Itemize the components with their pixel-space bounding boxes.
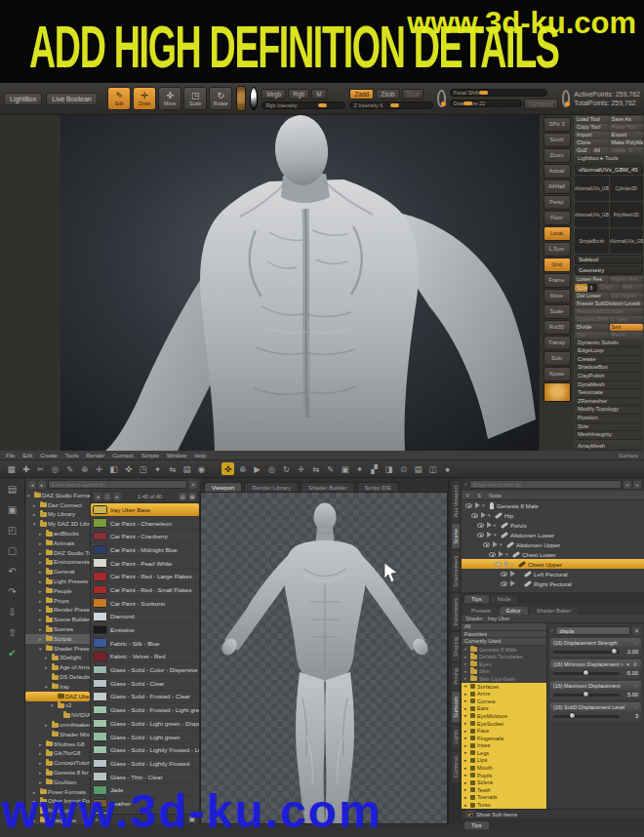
shader-item[interactable]: Glass - Solid - Light green - Dispersive… [91, 717, 199, 731]
visibility-eye-icon[interactable] [489, 552, 496, 557]
menu-item[interactable]: Tools [65, 453, 79, 458]
tree-item[interactable]: ▸ omnifreaker [25, 720, 90, 730]
surface-row[interactable]: ▸ Ears [462, 705, 546, 713]
panel-section[interactable]: ShadowBox [575, 364, 643, 373]
tree-item[interactable]: ▸ 3Delight [25, 654, 90, 663]
toolbar-icon[interactable]: ▦ [5, 462, 18, 475]
pane-tab[interactable]: Shaping [452, 632, 460, 661]
clone-button[interactable]: Clone [575, 140, 609, 146]
tool-thumbnail[interactable]: xNormalUVs_GB [575, 176, 609, 201]
tool-thumbnail[interactable]: xNormalUVs_GB [575, 202, 609, 227]
toolbar-icon[interactable]: ✎ [63, 462, 76, 475]
toolbar-icon[interactable]: ✜ [122, 462, 135, 475]
shader-item[interactable]: Fabric - Velvet - Red [91, 651, 199, 664]
panel-section[interactable]: ZRemesher [575, 398, 643, 407]
expand-arrow-icon[interactable]: ▸ [39, 741, 44, 747]
shelf-button[interactable]: Floor [543, 211, 571, 225]
strip-icon[interactable]: ✔ [5, 646, 20, 660]
expand-arrow-icon[interactable]: ▾ [488, 512, 493, 518]
z-intensity-slider[interactable]: Z Intensity 6 [349, 101, 433, 109]
viewport-tab[interactable]: Viewport [204, 482, 242, 492]
surface-row[interactable]: ▸ Cornea [462, 698, 546, 705]
zadd-button[interactable]: Zadd [349, 89, 374, 100]
visibility-eye-icon[interactable] [483, 542, 490, 547]
shader-item[interactable]: Glass - Solid - Lightly Frosted - Light … [91, 743, 199, 757]
shader-item[interactable]: Glass - Solid - Light green [91, 731, 199, 744]
toolbar-icon[interactable]: ✎ [324, 462, 337, 475]
expand-arrow-icon[interactable]: ▾ [500, 541, 504, 547]
group-row[interactable]: ▸ Default Templates [462, 653, 546, 660]
tree-item[interactable]: ▸ Age of Armour [25, 662, 90, 672]
shelf-button[interactable]: SPix 3 [543, 117, 571, 132]
selectable-pointer-icon[interactable] [475, 502, 480, 508]
parameter-header[interactable]: (16) SubD Displacement Level ○ [550, 702, 641, 711]
expand-arrow-icon[interactable]: ▸ [39, 531, 44, 537]
panel-section[interactable]: EdgeLoop [575, 347, 643, 356]
surface-row[interactable]: ▸ Fingernails [462, 735, 546, 742]
back-button[interactable]: ◂ [28, 481, 36, 489]
goz-button[interactable]: GoZ [575, 147, 591, 154]
shelf-button[interactable]: Persp [543, 195, 571, 210]
toolbar-icon[interactable]: ✜ [221, 462, 234, 475]
export-button[interactable]: Export [610, 132, 644, 139]
reconstruct-subdiv-button[interactable]: Reconstruct Subdiv [575, 308, 643, 315]
selectable-pointer-icon[interactable] [493, 541, 498, 547]
sort-icon[interactable]: ▤ [179, 493, 186, 500]
toolbar-icon[interactable]: ⇆ [166, 462, 179, 475]
save-as-button[interactable]: Save As: [610, 116, 644, 123]
panel-section[interactable]: Dynamic Subdiv [575, 339, 643, 348]
expand-arrow-icon[interactable]: ▸ [39, 588, 44, 594]
toolbar-icon[interactable]: ✛ [295, 462, 307, 475]
panel-section[interactable]: ArrayMesh [575, 443, 643, 451]
parameter-icons[interactable]: ○ [634, 683, 638, 689]
expand-arrow-icon[interactable]: ▾ [27, 493, 32, 498]
tree-item[interactable]: DS Defaults [25, 672, 90, 682]
shader-item[interactable]: Car Paint - Cranberry [91, 530, 199, 543]
expand-arrow-icon[interactable]: ▸ [39, 750, 44, 756]
toolbar-icon[interactable]: ⊙ [397, 462, 410, 475]
toolbar-icon[interactable]: ◎ [49, 462, 61, 475]
toolbar-icon[interactable]: ✦ [353, 462, 366, 475]
scene-node-row[interactable]: ▾ Abdomen Lower [462, 530, 644, 539]
shader-item[interactable]: Car Paint - Red - Small Flakes [91, 583, 199, 597]
reuv-button[interactable]: ReUV [610, 332, 644, 339]
parameter-header[interactable]: (16) Minimum Displacement ◇ ♥ ⚙ [550, 659, 641, 668]
goz-visible-button[interactable]: Visible [610, 147, 626, 154]
view-icon[interactable]: ▦ [188, 493, 196, 500]
geometry-section[interactable]: Geometry [575, 265, 643, 275]
toolbar-icon[interactable]: ▣ [339, 462, 351, 475]
shader-item[interactable]: Glass - Thin - Clear [91, 771, 199, 784]
shelf-button[interactable]: Move [543, 289, 571, 303]
group-row[interactable]: ▸ Skin [462, 668, 546, 676]
surface-row[interactable]: ▸ Lips [462, 757, 546, 765]
panel-section[interactable]: MeshIntegrity [575, 431, 643, 440]
shelf-button[interactable]: Local [543, 226, 571, 241]
load-tool-button[interactable]: Load Tool [575, 116, 609, 123]
shelf-button[interactable]: Zoom [543, 148, 571, 163]
group-row[interactable]: ▸ Skin-Lips-Nails [462, 675, 546, 683]
make-polymesh3d-button[interactable]: Make PolyMesh3D [610, 140, 644, 146]
shader-item[interactable]: Glass - Solid - Frosted - Light green [91, 703, 199, 717]
zsub-button[interactable]: Zsub [376, 89, 399, 100]
lightbox-button[interactable]: LightBox [4, 93, 42, 105]
surface-row[interactable]: ▸ Legs [462, 749, 546, 757]
toolbar-icon[interactable]: ↻ [280, 462, 293, 475]
toolbar-icon[interactable]: ✂ [34, 462, 47, 475]
expand-arrow-icon[interactable]: ▾ [51, 702, 56, 708]
tool-thumbnail[interactable]: xNormalUVs_GB [610, 228, 644, 254]
parameter-header[interactable]: (16) Displacement Strength ○ [550, 638, 641, 647]
group-row[interactable]: Currently Used [462, 638, 546, 646]
toolbar-icon[interactable]: ✚ [20, 462, 32, 475]
visibility-eye-icon[interactable] [477, 533, 484, 538]
slider-track[interactable] [553, 694, 620, 697]
panel-section[interactable]: Modify Topology [575, 406, 643, 415]
tips-tab[interactable]: Tips [464, 821, 489, 829]
group-row[interactable]: All [462, 623, 546, 631]
copy-tool-button[interactable]: Copy Tool [575, 124, 609, 131]
toolbar-icon[interactable]: ⊕ [78, 462, 91, 475]
rgb-button[interactable]: Rgb [288, 89, 309, 100]
menu-item[interactable]: Help [194, 453, 206, 458]
tree-item[interactable]: ▸ Scene Builder [25, 615, 90, 624]
expand-arrow-icon[interactable]: ▾ [45, 684, 50, 690]
tree-item[interactable]: ▾ Iray [25, 682, 90, 692]
